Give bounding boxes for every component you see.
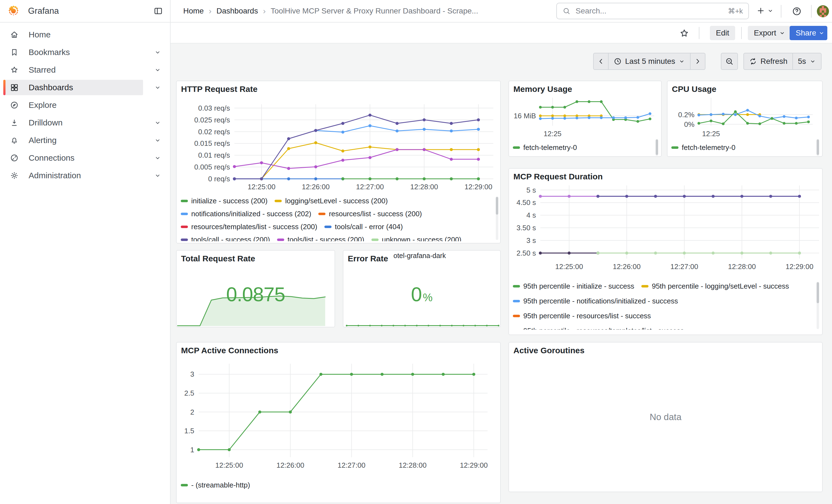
panel-mcp-request-duration: MCP Request Duration 2.50 s3 s3.50 s4 s4… [509, 168, 823, 335]
legend-item[interactable]: 95th percentile - notifications/initiali… [513, 297, 678, 306]
search-box[interactable]: ⌘+k [556, 3, 749, 19]
sidebar-item-label: Administration [29, 171, 81, 180]
search-input[interactable] [575, 6, 724, 16]
chart-canvas[interactable]: 2.50 s3 s3.50 s4 s4.50 s5 s12:25:0012:26… [513, 181, 823, 276]
mcp-request-duration-chart[interactable]: 2.50 s3 s3.50 s4 s4.50 s5 s12:25:0012:26… [513, 181, 823, 276]
legend-item[interactable]: unknown - success (200) [371, 235, 461, 241]
breadcrumb-item[interactable]: Dashboards [216, 7, 258, 16]
star-icon [10, 65, 19, 74]
sidebar-item-starred[interactable]: Starred [3, 62, 167, 78]
legend-item[interactable]: logging/setLevel - success (200) [275, 196, 388, 206]
svg-text:2: 2 [190, 408, 194, 416]
sidebar-item-administration[interactable]: Administration [3, 168, 167, 183]
bell-icon [10, 136, 19, 145]
series-swatch [181, 226, 188, 228]
chart-canvas[interactable]: 0.2%0%12:25 [671, 96, 819, 137]
share-dropdown-button[interactable] [816, 26, 827, 40]
legend-item[interactable]: fetch-telemetry-0 [513, 143, 577, 152]
export-button[interactable]: Export [748, 26, 791, 40]
http-request-rate-chart[interactable]: 0 req/s0.005 req/s0.01 req/s0.015 req/s0… [181, 97, 497, 192]
panel-title[interactable]: MCP Request Duration [513, 172, 602, 181]
svg-text:0.03 req/s: 0.03 req/s [198, 104, 230, 112]
sidebar-item-label: Drilldown [29, 118, 62, 127]
time-range-picker[interactable]: Last 5 minutes [608, 53, 690, 69]
zoom-out-button[interactable] [721, 53, 738, 70]
chevron-down-icon[interactable] [154, 49, 161, 56]
svg-text:12:27:00: 12:27:00 [356, 183, 384, 191]
legend-label: initialize - success (200) [191, 197, 267, 205]
help-button[interactable] [792, 6, 802, 16]
panel-title[interactable]: HTTP Request Rate [181, 84, 258, 94]
add-button[interactable] [756, 6, 774, 16]
sidebar-item-dashboards[interactable]: Dashboards [3, 80, 143, 95]
legend-scrollbar-thumb[interactable] [496, 197, 498, 215]
chevron-down-icon[interactable] [154, 84, 161, 91]
panel-title[interactable]: MCP Active Connections [181, 346, 278, 355]
sidebar-item-explore[interactable]: Explore [3, 97, 167, 113]
legend-scrollbar-thumb[interactable] [656, 139, 658, 155]
favorite-button[interactable] [679, 28, 690, 38]
panel-mcp-active-connections: MCP Active Connections 11.522.5312:25:00… [176, 342, 501, 503]
legend-item[interactable]: tools/call - success (200) [181, 235, 270, 241]
panel-title[interactable]: CPU Usage [672, 84, 717, 94]
chart-canvas[interactable]: 11.522.5312:25:0012:26:0012:27:0012:28:0… [181, 355, 497, 479]
chevron-down-icon [779, 30, 785, 36]
avatar[interactable] [816, 5, 829, 18]
svg-text:2.50 s: 2.50 s [516, 249, 536, 257]
chevron-down-icon[interactable] [154, 172, 161, 179]
chart-canvas[interactable] [344, 322, 501, 327]
sidebar-item-label: Home [29, 30, 51, 39]
legend-item[interactable]: 95th percentile - resources/templates/li… [513, 326, 684, 329]
legend-scrollbar-thumb[interactable] [816, 139, 819, 155]
legend-item[interactable]: tools/list - success (200) [277, 235, 364, 241]
edit-button[interactable]: Edit [710, 26, 735, 40]
chevron-down-icon[interactable] [154, 154, 161, 161]
time-shift-back-button[interactable] [594, 53, 608, 69]
cpu-usage-chart[interactable]: 0.2%0%12:25 [671, 96, 819, 137]
mcp-active-connections-chart[interactable]: 11.522.5312:25:0012:26:0012:27:0012:28:0… [181, 355, 497, 479]
legend-item[interactable]: initialize - success (200) [181, 196, 267, 206]
legend-scrollbar-thumb[interactable] [816, 282, 819, 303]
legend-item[interactable]: fetch-telemetry-0 [671, 143, 735, 152]
grafana-app: Home›Dashboards›ToolHive MCP Server & Pr… [0, 0, 832, 504]
legend-item[interactable]: notifications/initialized - success (202… [181, 209, 311, 218]
chevron-down-icon [154, 119, 161, 126]
breadcrumb-item[interactable]: Home [183, 7, 204, 16]
panel-title[interactable]: Total Request Rate [181, 254, 255, 263]
sidebar-item-bookmarks[interactable]: Bookmarks [3, 45, 167, 60]
legend-label: - (streamable-http) [191, 481, 250, 489]
chart-canvas[interactable]: 16 MiB12:25 [513, 96, 659, 137]
panel-title[interactable]: Memory Usage [513, 84, 572, 94]
chart-canvas[interactable]: 0 req/s0.005 req/s0.01 req/s0.015 req/s0… [181, 97, 497, 192]
svg-text:1: 1 [190, 446, 194, 454]
legend-item[interactable]: 95th percentile - initialize - success [513, 282, 634, 291]
sidebar-item-home[interactable]: Home [3, 27, 167, 43]
series-swatch [513, 300, 520, 302]
stat-value: 0 % [343, 283, 500, 311]
panel-error-rate: Error Rate otel-grafana-dark 0 % [343, 250, 501, 327]
error-rate-sparkline [344, 322, 501, 327]
panel-title[interactable]: Error Rate [348, 254, 388, 263]
sidebar-item-connections[interactable]: Connections [3, 150, 167, 166]
refresh-button[interactable]: Refresh [744, 53, 792, 69]
sidebar-item-alerting[interactable]: Alerting [3, 133, 167, 148]
chevron-down-icon[interactable] [154, 66, 161, 74]
sidebar-item-drilldown[interactable]: Drilldown [3, 115, 167, 130]
series-swatch [513, 147, 520, 149]
legend-item[interactable]: 95th percentile - resources/list - succe… [513, 312, 651, 320]
series-swatch [277, 239, 284, 241]
refresh-interval-picker[interactable]: 5s [792, 53, 821, 69]
legend-item[interactable]: resources/list - success (200) [318, 209, 422, 218]
chevron-down-icon[interactable] [154, 119, 161, 126]
sidebar-collapse-button[interactable] [154, 6, 163, 16]
svg-text:12:28:00: 12:28:00 [399, 461, 426, 469]
legend-item[interactable]: resources/templates/list - success (200) [181, 222, 317, 231]
legend-item[interactable]: tools/call - error (404) [324, 222, 403, 231]
time-shift-forward-button[interactable] [690, 53, 705, 69]
legend-item[interactable]: - (streamable-http) [181, 481, 250, 490]
series-swatch [513, 315, 520, 317]
series-swatch [641, 285, 649, 288]
legend-item[interactable]: 95th percentile - logging/setLevel - suc… [641, 282, 789, 291]
memory-usage-chart[interactable]: 16 MiB12:25 [513, 96, 659, 137]
chevron-down-icon[interactable] [154, 137, 161, 144]
